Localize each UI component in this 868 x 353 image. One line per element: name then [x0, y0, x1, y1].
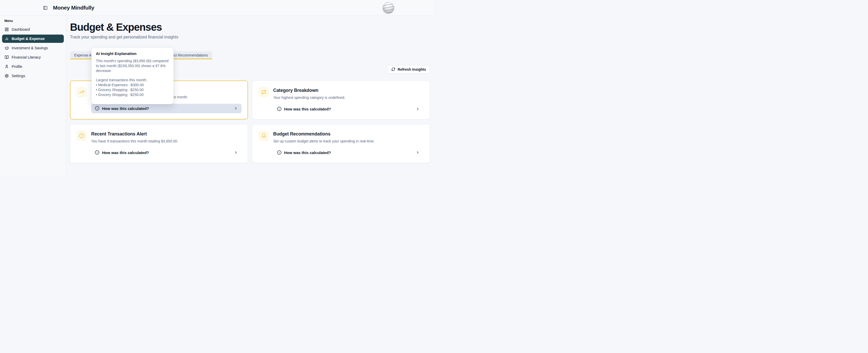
- sidebar-item-label: Profile: [11, 65, 22, 69]
- how-calculated-label: How was this calculated?: [102, 106, 149, 111]
- sidebar-menu-label: Menu: [4, 19, 64, 23]
- card-budget-recommendations: Budget Recommendations Set up custom bud…: [252, 124, 430, 163]
- refresh-icon: [392, 67, 395, 71]
- app-window: Money Mindfully Menu Dashboard Budget & …: [0, 0, 434, 176]
- refresh-insights-button[interactable]: Refresh Insights: [388, 65, 430, 74]
- how-calculated-row[interactable]: How was this calculated?: [273, 104, 424, 114]
- chevron-right-icon: [416, 150, 420, 154]
- popover-list-item: • Grocery Shopping: -$250.00: [96, 93, 169, 97]
- sidebar-item-label: Settings: [11, 74, 25, 78]
- card-description: Your highest spending category is undefi…: [273, 96, 424, 100]
- card-category-breakdown: Category Breakdown Your highest spending…: [252, 80, 430, 119]
- refresh-insights-label: Refresh Insights: [398, 67, 426, 71]
- info-icon: [277, 107, 282, 111]
- sidebar-item-investment-savings[interactable]: Investment & Savings: [2, 44, 64, 52]
- book-open-icon: [5, 55, 9, 59]
- card-title: Budget Recommendations: [273, 131, 424, 137]
- chart-column-icon: [5, 37, 9, 41]
- popover-list-item: • Medical Expenses: -$300.00: [96, 82, 169, 87]
- how-calculated-label: How was this calculated?: [102, 150, 149, 155]
- avatar[interactable]: [382, 2, 394, 14]
- how-calculated-row[interactable]: How was this calculated?: [273, 148, 424, 157]
- app-header: Money Mindfully: [0, 0, 434, 16]
- sidebar-item-label: Budget & Expense: [11, 37, 45, 41]
- dashboard-icon: [5, 27, 9, 32]
- ai-insight-popover: AI Insight Explanation This month's spen…: [91, 47, 174, 104]
- popover-list-intro: Largest transactions this month:: [96, 78, 169, 82]
- popover-paragraph: This month's spending ($3,850.00) compar…: [96, 59, 169, 73]
- gear-icon: [5, 74, 9, 78]
- sidebar-item-settings[interactable]: Settings: [2, 72, 64, 80]
- page-subtitle: Track your spending and get personalized…: [70, 35, 430, 39]
- how-calculated-label: How was this calculated?: [284, 150, 331, 155]
- card-description: You have 9 transactions this month total…: [91, 139, 242, 143]
- info-icon: [95, 150, 99, 155]
- card-title: Recent Transactions Alert: [91, 131, 242, 137]
- sidebar-item-label: Investment & Savings: [11, 46, 48, 50]
- popover-title: AI Insight Explanation: [96, 51, 169, 56]
- how-calculated-row[interactable]: How was this calculated?: [91, 104, 242, 113]
- page-title: Budget & Expenses: [70, 22, 430, 33]
- info-icon: [277, 150, 282, 155]
- trending-up-icon: [76, 87, 87, 97]
- sidebar: Menu Dashboard Budget & Expense Investme…: [0, 16, 66, 176]
- user-icon: [5, 65, 9, 69]
- repeat-icon: [258, 87, 269, 97]
- card-recent-transactions-alert: Recent Transactions Alert You have 9 tra…: [70, 124, 248, 163]
- popover-list-item: • Grocery Shopping: -$250.00: [96, 87, 169, 93]
- alert-circle-icon: [76, 131, 87, 141]
- brand-title: Money Mindfully: [53, 5, 94, 11]
- sidebar-item-label: Dashboard: [11, 27, 30, 32]
- bell-icon: [258, 131, 269, 141]
- how-calculated-row[interactable]: How was this calculated?: [91, 148, 242, 157]
- panel-left-icon: [43, 6, 48, 10]
- sidebar-toggle-button[interactable]: [42, 5, 48, 11]
- sidebar-item-budget-expense[interactable]: Budget & Expense: [2, 35, 64, 43]
- how-calculated-label: How was this calculated?: [284, 107, 331, 111]
- card-title: Category Breakdown: [273, 88, 424, 93]
- sidebar-item-profile[interactable]: Profile: [2, 63, 64, 71]
- chevron-right-icon: [234, 150, 238, 154]
- info-icon: [95, 106, 99, 111]
- sidebar-item-financial-literacy[interactable]: Financial Literacy: [2, 53, 64, 62]
- piggy-bank-icon: [5, 46, 9, 50]
- chevron-right-icon: [416, 107, 420, 111]
- sidebar-item-label: Financial Literacy: [11, 55, 41, 59]
- chevron-right-icon: [234, 106, 238, 110]
- sidebar-item-dashboard[interactable]: Dashboard: [2, 25, 64, 34]
- card-description: Set up custom budget alerts to track you…: [273, 139, 424, 143]
